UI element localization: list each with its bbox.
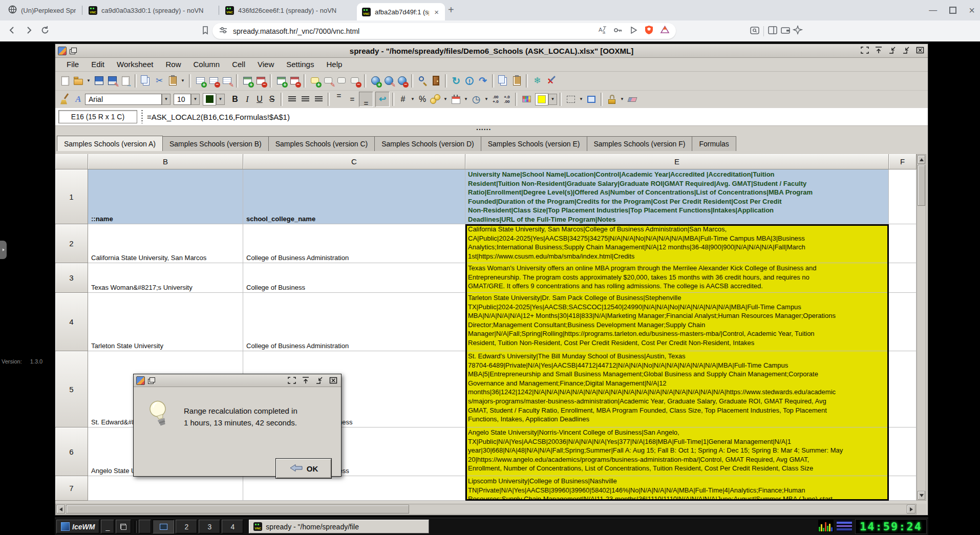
bold-button[interactable]: B xyxy=(229,93,241,105)
add-comment-icon[interactable] xyxy=(308,74,322,88)
restore-down-icon[interactable] xyxy=(886,45,899,56)
key-icon[interactable] xyxy=(613,26,623,37)
vertical-scroll-thumb[interactable] xyxy=(918,165,925,206)
cell-E2[interactable]: California State University, San Marcos|… xyxy=(465,224,889,263)
task-button-spready[interactable]: VNC spready - "/home/spready/file xyxy=(249,520,429,533)
open-file-icon[interactable] xyxy=(72,74,85,88)
font-color-swatch[interactable] xyxy=(203,93,216,105)
cell-C1[interactable]: school_college_name xyxy=(243,169,465,224)
app-icon[interactable] xyxy=(136,376,145,385)
taskbar-clock[interactable]: 14:59:24 xyxy=(855,519,927,534)
show-desktop-button[interactable]: _ xyxy=(101,520,114,533)
show-comment-icon[interactable] xyxy=(335,74,348,88)
row-header-4[interactable]: 4 xyxy=(55,293,88,351)
strikethrough-button[interactable]: S xyxy=(266,93,278,105)
workspace-1-button[interactable] xyxy=(153,520,174,533)
edit-hyperlink-icon[interactable] xyxy=(382,74,395,88)
sheet-tab-version-e[interactable]: Samples Schools (version E) xyxy=(481,136,587,151)
reload-icon[interactable] xyxy=(40,25,50,37)
date-dropdown-icon[interactable]: ▼ xyxy=(462,94,470,105)
window-list-button[interactable] xyxy=(116,520,131,533)
lock-cells-icon[interactable] xyxy=(605,92,619,106)
network-monitor-applet[interactable] xyxy=(837,520,852,534)
align-center-icon[interactable] xyxy=(299,92,312,106)
format-brush-icon[interactable] xyxy=(58,92,72,106)
search-icon[interactable] xyxy=(416,74,429,88)
number-format-dropdown-icon[interactable]: ▼ xyxy=(409,94,416,105)
forward-icon[interactable] xyxy=(24,25,34,37)
delete-column-icon[interactable] xyxy=(254,74,267,88)
export-icon[interactable] xyxy=(119,74,132,88)
corner-header-cell[interactable] xyxy=(55,154,88,169)
cell-B7[interactable] xyxy=(88,476,243,501)
icewm-start-button[interactable]: IceWM xyxy=(56,520,99,533)
insert-row-icon[interactable] xyxy=(194,74,207,88)
cell-C7[interactable] xyxy=(243,476,465,501)
recalculate-all-icon[interactable] xyxy=(450,74,463,88)
brave-shield-icon[interactable] xyxy=(644,25,654,37)
leo-ai-sparkle-icon[interactable] xyxy=(793,25,803,37)
brave-rewards-icon[interactable] xyxy=(660,25,670,37)
paste-icon[interactable] xyxy=(166,74,179,88)
cell-B3[interactable]: Texas Woman&#8217;s University xyxy=(88,263,243,293)
sidebar-icon[interactable] xyxy=(768,25,778,37)
workspace-2-button[interactable]: 2 xyxy=(176,520,197,533)
browser-tab-active[interactable]: VNC afba2ab7d49f:1 (spready) - n × xyxy=(357,3,445,20)
browser-tab-3[interactable]: VNC 436fd26cee6f:1 (spready) - noVN xyxy=(220,0,354,20)
italic-button[interactable]: I xyxy=(241,93,253,105)
splitter-dots[interactable]: ...... xyxy=(476,123,491,132)
currency-format-icon[interactable] xyxy=(429,92,442,106)
close-window-icon[interactable] xyxy=(327,375,339,386)
menu-edit[interactable]: Edit xyxy=(85,60,111,69)
freeze-icon[interactable] xyxy=(530,74,544,88)
sheet-tab-version-c[interactable]: Samples Schools (version C) xyxy=(268,136,375,151)
cell-C3[interactable]: College of Business xyxy=(243,263,465,293)
date-format-icon[interactable] xyxy=(449,92,462,106)
font-name-dropdown-icon[interactable]: ▼ xyxy=(162,94,171,105)
sheet-tab-formulas[interactable]: Formulas xyxy=(692,136,736,151)
row-header-2[interactable]: 2 xyxy=(55,224,88,263)
formula-input[interactable]: =ASK_LOCAL2(B16,C16,Formulas!$A$1) xyxy=(147,113,290,121)
tools-icon[interactable] xyxy=(544,74,557,88)
dialog-titlebar[interactable] xyxy=(134,374,341,387)
currency-dropdown-icon[interactable]: ▼ xyxy=(442,94,449,105)
wallet-icon[interactable] xyxy=(780,25,791,37)
add-hyperlink-icon[interactable] xyxy=(369,74,382,88)
browser-tab-pinned[interactable]: (Un)Perplexed Spready xyxy=(3,0,81,20)
font-color-dropdown-icon[interactable]: ▼ xyxy=(216,94,225,105)
paste-dropdown-icon[interactable]: ▼ xyxy=(179,75,186,87)
cell-F6[interactable] xyxy=(889,427,917,476)
cell-F2[interactable] xyxy=(889,224,917,263)
percent-format-button[interactable]: % xyxy=(416,93,429,105)
close-window-icon[interactable] xyxy=(914,45,926,56)
align-right-icon[interactable] xyxy=(312,92,325,106)
sheet-tab-version-f[interactable]: Samples Schools (version F) xyxy=(587,136,693,151)
cpu-monitor-applet[interactable] xyxy=(818,520,834,534)
borders-icon[interactable] xyxy=(564,92,578,106)
formula-bar-splitter[interactable] xyxy=(141,110,143,123)
menu-column[interactable]: Column xyxy=(187,60,226,69)
restore-windows-icon[interactable] xyxy=(70,48,77,54)
recalculate-range-icon[interactable] xyxy=(476,74,489,88)
font-size-dropdown-icon[interactable]: ▼ xyxy=(191,94,200,105)
scroll-right-icon[interactable] xyxy=(907,505,915,513)
browser-tab-2[interactable]: VNC ca9d0a0a33d0:1 (spready) - noVN xyxy=(83,0,218,20)
cell-E4[interactable]: Tarleton State University|Dr. Sam Pack C… xyxy=(465,293,889,351)
sheet-tab-version-d[interactable]: Samples Schools (version D) xyxy=(374,136,481,151)
scroll-down-icon[interactable] xyxy=(918,491,925,500)
fullscreen-icon[interactable] xyxy=(859,45,871,56)
workspace-4-button[interactable]: 4 xyxy=(222,520,243,533)
font-style-icon[interactable] xyxy=(72,92,85,106)
menu-file[interactable]: File xyxy=(60,60,85,69)
cell-E1[interactable]: University Name|School Name|Location|Con… xyxy=(465,169,889,224)
reader-play-icon[interactable] xyxy=(629,26,638,37)
recalculate-warning-icon[interactable] xyxy=(463,74,476,88)
vertical-scrollbar[interactable] xyxy=(917,154,926,501)
new-tab-button[interactable]: + xyxy=(448,4,454,16)
clear-format-icon[interactable] xyxy=(626,92,639,106)
maximize-button[interactable] xyxy=(949,7,956,14)
back-icon[interactable] xyxy=(7,25,17,37)
tab-search-icon[interactable] xyxy=(750,25,760,37)
scroll-left-icon[interactable] xyxy=(56,505,65,513)
rollup-icon[interactable] xyxy=(300,375,312,386)
